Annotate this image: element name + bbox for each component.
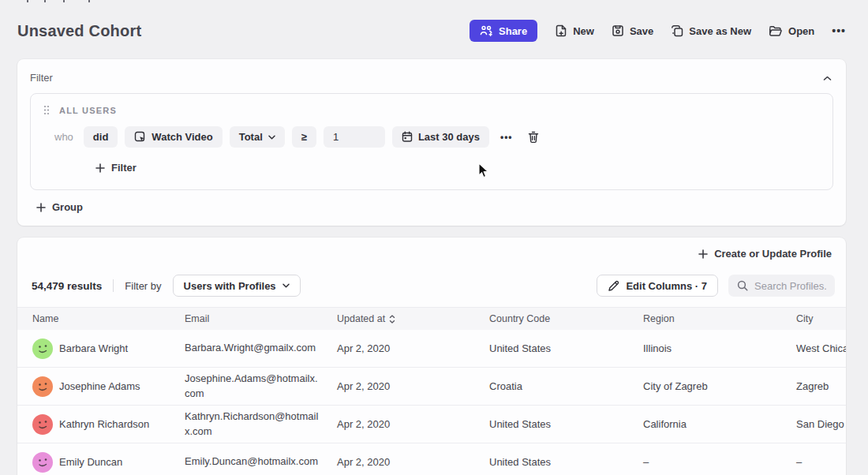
share-button-label: Share <box>499 25 527 37</box>
group-title: ALL USERS <box>59 106 117 115</box>
filter-condition-row: who did Watch Video Total <box>43 126 820 148</box>
plus-icon <box>698 249 708 259</box>
name-cell: Barbara Wright <box>17 338 185 359</box>
divider <box>113 279 114 292</box>
event-label: Watch Video <box>152 131 212 143</box>
column-header-updated-at[interactable]: Updated at <box>337 313 489 324</box>
updated-at-cell: Apr 2, 2020 <box>337 456 489 468</box>
who-label: who <box>54 131 73 143</box>
more-options-button[interactable]: ••• <box>832 24 846 37</box>
region-cell: City of Zagreb <box>643 380 796 392</box>
profiles-table: NameEmailUpdated atCountry CodeRegionCit… <box>17 307 846 475</box>
condition-more-label: ••• <box>500 132 513 143</box>
operator-selector[interactable]: ≥ <box>292 126 316 148</box>
column-header-country-code[interactable]: Country Code <box>489 313 643 324</box>
updated-at-cell: Apr 2, 2020 <box>337 418 489 430</box>
new-document-icon <box>555 24 567 38</box>
avatar <box>32 376 53 397</box>
save-icon <box>612 24 624 37</box>
profile-name: Barbara Wright <box>59 342 128 354</box>
open-button[interactable]: Open <box>769 25 814 37</box>
search-profiles-input[interactable] <box>754 280 826 292</box>
column-header-label: City <box>796 313 814 324</box>
profile-row[interactable]: Kathryn RichardsonKathryn.Richardson@hot… <box>17 406 846 443</box>
avatar <box>32 414 53 435</box>
add-filter-button[interactable]: Filter <box>95 162 137 174</box>
column-header-city[interactable]: City <box>796 313 846 324</box>
date-range-selector[interactable]: Last 30 days <box>392 126 489 148</box>
results-count: 54,479 results <box>32 280 102 292</box>
date-range-label: Last 30 days <box>418 131 480 143</box>
collapse-chevron-icon[interactable] <box>821 70 833 85</box>
open-button-label: Open <box>788 25 814 37</box>
share-users-icon <box>480 25 493 36</box>
column-header-label: Email <box>185 312 209 326</box>
column-header-label: Name <box>32 313 58 324</box>
plus-icon <box>95 163 105 173</box>
name-cell: Kathryn Richardson <box>17 414 185 435</box>
profile-filter-label: Users with Profiles <box>184 280 276 292</box>
create-or-update-profile-label: Create or Update Profile <box>714 248 832 260</box>
duplicate-icon <box>671 24 683 37</box>
profile-filter-dropdown[interactable]: Users with Profiles <box>173 275 301 297</box>
profile-row[interactable]: Emily DuncanEmily.Duncan@hotmailx.comApr… <box>17 443 846 475</box>
did-selector[interactable]: did <box>84 126 118 148</box>
country-code-cell: Croatia <box>489 380 643 392</box>
chevron-down-icon <box>282 283 290 288</box>
search-profiles-box[interactable] <box>728 275 835 297</box>
city-cell: San Diego <box>796 418 846 430</box>
avatar <box>32 338 53 359</box>
email-cell: Emily.Duncan@hotmailx.com <box>185 454 337 469</box>
open-folder-icon <box>769 25 783 37</box>
column-header-label: Updated at <box>337 313 385 324</box>
column-header-region[interactable]: Region <box>643 313 796 324</box>
email-cell: Barbara.Wright@gmailx.com <box>185 341 337 356</box>
column-header-name[interactable]: Name <box>17 313 185 324</box>
country-code-cell: United States <box>489 418 643 430</box>
email-cell: Kathryn.Richardson@hotmailx.com <box>185 410 337 439</box>
profile-name: Kathryn Richardson <box>59 418 149 430</box>
event-click-icon <box>134 131 146 143</box>
results-toolbar: 54,479 results Filter by Users with Prof… <box>17 275 846 297</box>
updated-at-cell: Apr 2, 2020 <box>337 342 489 354</box>
region-cell: Illinois <box>643 342 796 354</box>
delete-condition-button[interactable] <box>524 129 543 146</box>
cohort-group-box: ALL USERS who did Watch Video <box>30 93 833 190</box>
table-header-row: NameEmailUpdated atCountry CodeRegionCit… <box>17 308 846 330</box>
updated-at-cell: Apr 2, 2020 <box>337 380 489 392</box>
edit-columns-button[interactable]: Edit Columns · 7 <box>597 275 718 297</box>
save-as-new-button-label: Save as New <box>689 25 751 37</box>
condition-more-button[interactable]: ••• <box>496 129 517 145</box>
filter-section-label: Filter <box>30 72 53 84</box>
chevron-down-icon <box>268 135 275 140</box>
city-cell: Zagreb <box>796 380 846 392</box>
profile-name: Emily Duncan <box>59 456 122 468</box>
profile-row[interactable]: Josephine AdamsJosephine.Adams@hotmailx.… <box>17 368 846 406</box>
event-selector[interactable]: Watch Video <box>125 126 222 148</box>
city-cell: – <box>796 456 846 468</box>
table-body: Barbara WrightBarbara.Wright@gmailx.comA… <box>17 330 846 475</box>
did-label: did <box>93 131 109 143</box>
share-button[interactable]: Share <box>470 20 537 42</box>
new-button[interactable]: New <box>555 24 594 38</box>
value-input[interactable] <box>324 126 385 148</box>
save-button[interactable]: Save <box>612 24 653 37</box>
plus-icon <box>36 203 46 212</box>
save-as-new-button[interactable]: Save as New <box>671 24 751 37</box>
new-button-label: New <box>573 25 594 37</box>
operator-label: ≥ <box>301 131 307 143</box>
add-group-label: Group <box>52 201 83 213</box>
add-group-button[interactable]: Group <box>36 201 83 213</box>
profile-row[interactable]: Barbara WrightBarbara.Wright@gmailx.comA… <box>17 330 846 368</box>
email-cell: Josephine.Adams@hotmailx.com <box>185 372 337 402</box>
results-card: Create or Update Profile 54,479 results … <box>17 238 846 475</box>
aggregation-label: Total <box>239 131 263 143</box>
drag-handle-icon[interactable] <box>43 105 50 115</box>
edit-columns-label: Edit Columns · 7 <box>626 280 707 292</box>
create-or-update-profile-button[interactable]: Create or Update Profile <box>698 248 832 260</box>
column-header-email[interactable]: Email <box>185 312 337 326</box>
column-header-label: Country Code <box>489 313 550 324</box>
top-toolbar: Share New Save <box>470 20 846 42</box>
city-cell: West Chicago <box>796 342 846 354</box>
aggregation-selector[interactable]: Total <box>230 126 285 148</box>
